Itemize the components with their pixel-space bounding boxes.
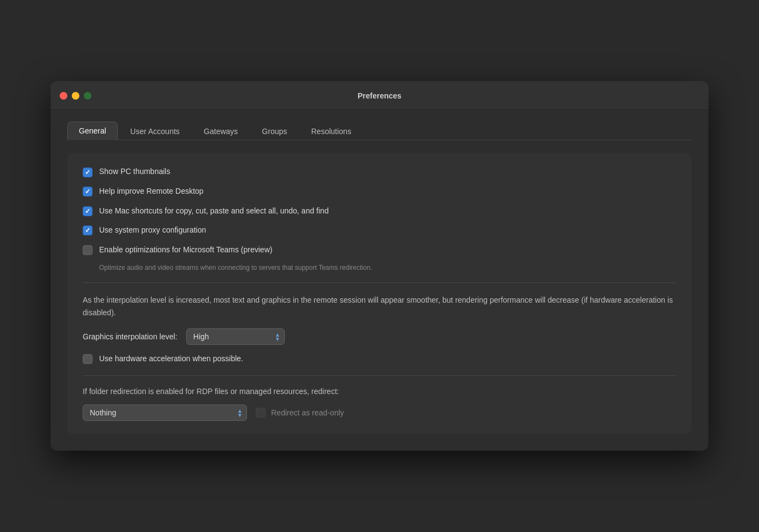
redirect-readonly-group: Redirect as read-only — [256, 407, 344, 418]
checkbox-mac-shortcuts-input[interactable] — [83, 206, 93, 216]
tab-resolutions[interactable]: Resolutions — [300, 122, 363, 140]
tab-general[interactable]: General — [67, 122, 118, 140]
preferences-window: Preferences General User Accounts Gatewa… — [51, 82, 708, 450]
folder-redirect-description: If folder redirection is enabled for RDP… — [83, 387, 676, 396]
divider-2 — [83, 375, 676, 376]
checkbox-help-improve-input[interactable] — [83, 187, 93, 196]
folder-redirect-row: Nothing Downloads Documents Desktop ▲ ▼ … — [83, 404, 676, 421]
traffic-lights — [60, 92, 91, 100]
checkbox-ms-teams: Enable optimizations for Microsoft Teams… — [83, 245, 676, 272]
checkbox-show-pc-thumbnails-input[interactable] — [83, 167, 93, 177]
tabs-bar: General User Accounts Gateways Groups Re… — [67, 121, 692, 140]
checkbox-system-proxy-input[interactable] — [83, 225, 93, 235]
interpolation-row: Graphics interpolation level: Low Medium… — [83, 328, 676, 345]
tab-user-accounts[interactable]: User Accounts — [119, 122, 191, 140]
tab-gateways[interactable]: Gateways — [192, 122, 249, 140]
maximize-button[interactable] — [84, 92, 91, 100]
titlebar: Preferences — [51, 82, 708, 110]
divider-1 — [83, 282, 676, 283]
checkbox-help-improve-label: Help improve Remote Desktop — [99, 186, 204, 197]
folder-redirect-select[interactable]: Nothing Downloads Documents Desktop — [83, 404, 247, 421]
checkbox-mac-shortcuts-label: Use Mac shortcuts for copy, cut, paste a… — [99, 206, 329, 217]
interpolation-label: Graphics interpolation level: — [83, 332, 177, 341]
close-button[interactable] — [60, 92, 67, 100]
tab-groups[interactable]: Groups — [250, 122, 298, 140]
redirect-readonly-label: Redirect as read-only — [271, 408, 344, 417]
content-panel: Show PC thumbnails Help improve Remote D… — [67, 153, 692, 433]
checkbox-hardware-accel-label: Use hardware acceleration when possible. — [99, 354, 243, 365]
checkbox-group: Show PC thumbnails Help improve Remote D… — [83, 166, 676, 271]
interpolation-select-wrapper: Low Medium High Very High ▲ ▼ — [186, 328, 285, 345]
interpolation-description: As the interpolation level is increased,… — [83, 294, 676, 319]
checkbox-help-improve: Help improve Remote Desktop — [83, 186, 676, 197]
checkbox-ms-teams-input[interactable] — [83, 245, 93, 255]
checkbox-mac-shortcuts: Use Mac shortcuts for copy, cut, paste a… — [83, 206, 676, 217]
window-content: General User Accounts Gateways Groups Re… — [51, 110, 708, 450]
checkbox-system-proxy-label: Use system proxy configuration — [99, 225, 206, 236]
checkbox-show-pc-thumbnails: Show PC thumbnails — [83, 166, 676, 177]
minimize-button[interactable] — [72, 92, 79, 100]
interpolation-select[interactable]: Low Medium High Very High — [186, 328, 285, 345]
window-title: Preferences — [358, 91, 401, 100]
folder-redirect-select-wrapper: Nothing Downloads Documents Desktop ▲ ▼ — [83, 404, 247, 421]
checkbox-system-proxy: Use system proxy configuration — [83, 225, 676, 236]
checkbox-ms-teams-label: Enable optimizations for Microsoft Teams… — [99, 245, 272, 256]
checkbox-hardware-accel: Use hardware acceleration when possible. — [83, 354, 676, 365]
checkbox-hardware-accel-input[interactable] — [83, 354, 93, 364]
checkbox-show-pc-thumbnails-label: Show PC thumbnails — [99, 166, 170, 177]
checkbox-ms-teams-sublabel: Optimize audio and video streams when co… — [99, 264, 372, 271]
redirect-readonly-checkbox[interactable] — [256, 408, 266, 418]
